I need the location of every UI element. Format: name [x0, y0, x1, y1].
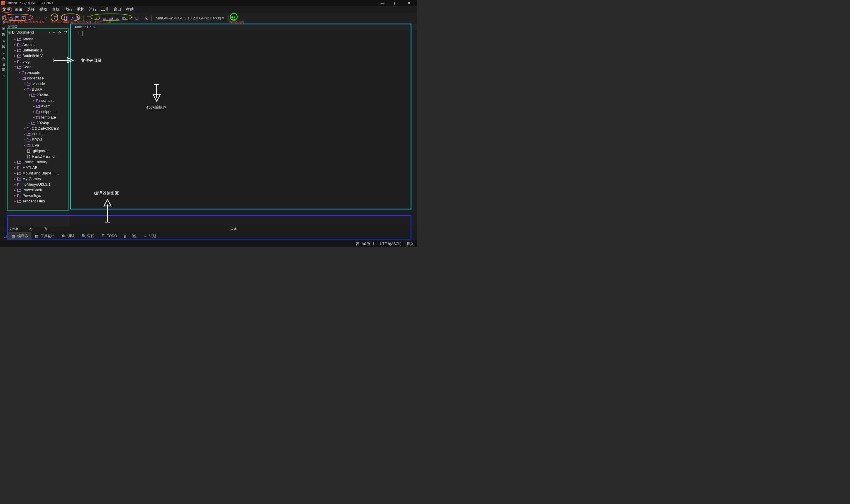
leftbar-structure[interactable]: ⊞ 结构 [1, 61, 6, 68]
refresh-icon[interactable]: ⟳ [57, 30, 62, 35]
tab-close-icon[interactable]: × [93, 25, 96, 30]
menu-refactor[interactable]: 重构 [74, 6, 87, 13]
svg-rect-14 [136, 17, 138, 19]
tree-node[interactable]: ▸2024sp [6, 120, 69, 126]
title-bar: untitled1.c - 小熊猫C++ 3.1.2871 — ▢ ✕ [0, 0, 417, 6]
svg-rect-4 [28, 16, 31, 19]
btab-tool-output[interactable]: ▤工具输出 [32, 232, 58, 240]
minimize-button[interactable]: — [376, 0, 389, 6]
continue-button[interactable] [121, 15, 127, 21]
menu-code[interactable]: 代码 [62, 6, 74, 13]
tree-node[interactable]: ▸Arduino [6, 42, 69, 47]
tree-node[interactable]: ▸LUOGU [6, 131, 69, 137]
tree-node[interactable]: ▸.vscode [6, 81, 69, 87]
file-explorer: 管理器 ▣ D:/Documents ▾ ⌖ ⟳ ⧩ ▸Adobe▸Arduin… [6, 23, 69, 227]
leftbar-files[interactable]: ▣ 文件 [1, 25, 6, 33]
leftbar-watch[interactable]: ✶ 监视 [1, 49, 6, 57]
tree-node[interactable]: ▸Mount and Blade II ... [6, 170, 69, 176]
bottom-panel-tabs: ◫ ▦编译器 ▤工具输出 ✲调试 🔍查找 ☰TODO ▯书签 ♤试题 [0, 231, 417, 241]
tree-node[interactable]: ▸My Games [6, 176, 69, 182]
menu-view[interactable]: 视图 [37, 6, 50, 13]
tree-node[interactable]: ▸PowerToys [6, 193, 69, 198]
svg-point-16 [146, 18, 147, 19]
status-insert-mode[interactable]: 插入 [407, 241, 414, 247]
tree-node[interactable]: .gitignore [6, 148, 69, 154]
btab-problems[interactable]: ♤试题 [140, 232, 160, 240]
step-out-button[interactable] [115, 15, 120, 21]
svg-rect-1 [15, 17, 19, 20]
tree-root-path[interactable]: D:/Documents [12, 30, 48, 34]
editor-tab[interactable]: untitled1.c × [73, 24, 98, 30]
tree-node[interactable]: ▸FormatFactory [6, 159, 69, 165]
leftbar-project[interactable]: ⌘ 项目 [1, 37, 6, 45]
btab-find[interactable]: 🔍查找 [78, 232, 98, 240]
left-tool-strip: ▣ 文件 ⌘ 项目 ✶ 监视 ⊞ 结构 ♤ 试题集 [0, 23, 6, 227]
tree-node[interactable]: ▸exam [6, 103, 69, 109]
tree-node[interactable]: ▸SPOJ [6, 137, 69, 142]
tree-node[interactable]: ▸noMeiryoUI3.3.1 [6, 182, 69, 187]
tree-node[interactable]: ▸Adobe [6, 36, 69, 42]
filter-icon[interactable]: ⧩ [63, 30, 68, 35]
tree-node[interactable]: ▾2023fa [6, 92, 69, 98]
menu-tools[interactable]: 工具 [99, 6, 111, 13]
tree-node[interactable]: ▸Battlefield 1 [6, 47, 69, 53]
tree-node[interactable]: ▸snippets [6, 109, 69, 114]
svg-rect-5 [29, 17, 32, 20]
svg-rect-10 [66, 19, 67, 20]
tree-node[interactable]: ▸MATLAB [6, 165, 69, 170]
leftbar-problems[interactable]: ♤ 试题集 [1, 72, 6, 80]
menu-file[interactable]: 文件 [0, 6, 12, 13]
menu-select[interactable]: 选择 [25, 6, 37, 13]
menu-edit[interactable]: 编辑 [12, 6, 25, 13]
locate-file-icon[interactable]: ⌖ [52, 30, 56, 35]
btab-bookmarks[interactable]: ▯书签 [120, 232, 140, 240]
tree-node[interactable]: ▸CODEFORCES [6, 126, 69, 131]
line-gutter: 1 [69, 30, 82, 227]
svg-rect-8 [66, 17, 67, 18]
app-logo-icon [1, 1, 5, 5]
status-cursor-pos: 行: 1/0 列: 1 [356, 241, 375, 247]
svg-rect-19 [231, 19, 233, 20]
tree-node[interactable]: ▸blog [6, 58, 69, 64]
status-bar: 行: 1/0 列: 1 UTF-8(ASCII) 插入 [0, 241, 417, 247]
svg-rect-6 [54, 17, 58, 20]
svg-rect-17 [231, 17, 233, 18]
bottom-left-toggle-icon[interactable]: ◫ [2, 234, 8, 238]
stop-debug-button[interactable] [134, 15, 140, 21]
code-editor[interactable] [82, 30, 417, 227]
run-to-cursor-button[interactable] [127, 15, 134, 21]
window-title: untitled1.c - 小熊猫C++ 3.1.2871 [6, 1, 54, 5]
maximize-button[interactable]: ▢ [389, 0, 402, 6]
close-button[interactable]: ✕ [402, 0, 416, 6]
issues-col-file: 文件名 [9, 227, 30, 231]
compiler-selector[interactable]: MinGW-w64 GCC 13.2.0 64-bit Debug ▾ [153, 16, 226, 20]
btab-debug[interactable]: ✲调试 [58, 232, 78, 240]
tree-node[interactable]: ▸template [6, 114, 69, 120]
svg-rect-20 [233, 19, 235, 20]
chevron-down-icon[interactable]: ▾ [49, 30, 50, 34]
tree-node[interactable]: ▾codebase [6, 75, 69, 81]
tree-node[interactable]: ▸UVa [6, 142, 69, 148]
menu-help[interactable]: 帮助 [124, 6, 136, 13]
tree-node[interactable]: ▸Tencent Files [6, 198, 69, 204]
status-encoding[interactable]: UTF-8(ASCII) [380, 242, 401, 246]
svg-rect-2 [16, 17, 18, 18]
btab-compiler[interactable]: ▦编译器 [8, 232, 32, 240]
menu-run[interactable]: 运行 [87, 6, 99, 13]
svg-rect-18 [233, 17, 235, 18]
tree-node[interactable]: ▸Battlefield V [6, 53, 69, 58]
issues-header: 文件名 行 列 描述 [0, 227, 417, 231]
tree-node[interactable]: ▸contest [6, 98, 69, 103]
tree-node[interactable]: ▾Code [6, 64, 69, 70]
svg-rect-7 [64, 17, 65, 18]
menu-find[interactable]: 查找 [50, 6, 62, 13]
interrupt-button[interactable] [144, 15, 150, 21]
btab-todo[interactable]: ☰TODO [98, 232, 120, 239]
svg-rect-12 [76, 19, 78, 20]
tree-node[interactable]: ▸PowerShell [6, 187, 69, 193]
tree-node[interactable]: README.md [6, 154, 69, 159]
tree-node[interactable]: ▾BUAA [6, 87, 69, 92]
issues-col-col: 列 [44, 227, 59, 231]
tree-node[interactable]: ▸.vscode [6, 70, 69, 75]
menu-window[interactable]: 窗口 [111, 6, 124, 13]
